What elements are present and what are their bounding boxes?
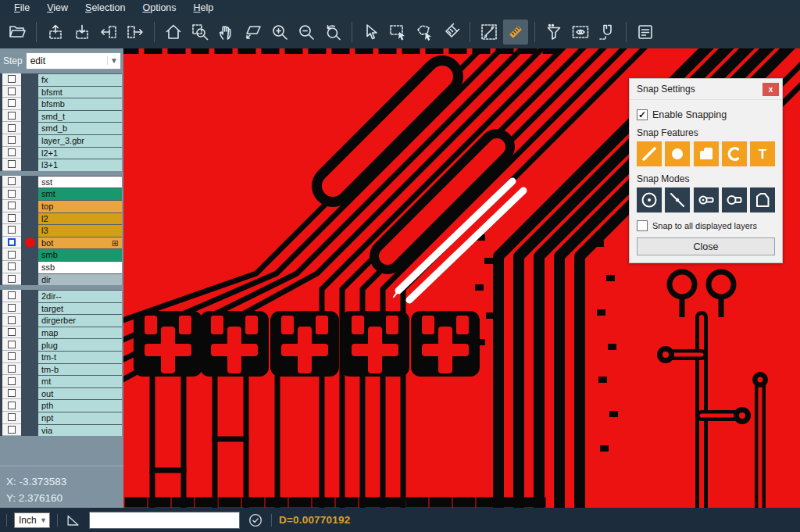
layer-visibility-checkbox[interactable] [8,365,16,373]
snap-all-layers-checkbox[interactable] [637,220,648,231]
layer-name[interactable]: l2+1 [38,147,122,159]
layer-visibility-checkbox[interactable] [8,251,16,259]
layer-name[interactable]: bfsmb [38,98,122,110]
layer-name[interactable]: top [38,200,122,212]
layer-name[interactable]: npt [38,412,122,424]
layer-name[interactable]: sst [38,176,122,188]
layer-name[interactable]: map [38,327,122,339]
snap-feature-surface-button[interactable] [694,141,719,166]
layer-visibility-checkbox[interactable] [8,75,16,83]
zoom-out-button[interactable] [294,20,319,45]
layer-name[interactable]: smt [38,187,122,200]
layer-name[interactable]: target [38,302,122,315]
snap-mode-contour-button[interactable] [750,187,775,212]
select-rectangle-button[interactable] [385,20,410,45]
layer-name[interactable]: fx [38,73,122,86]
layer-name[interactable]: l3+1 [38,159,122,171]
layer-visibility-checkbox[interactable] [8,202,16,209]
layer-visibility-checkbox[interactable] [8,275,16,283]
layer-visibility-checkbox[interactable] [8,413,16,421]
home-view-button[interactable] [161,20,186,45]
layer-name[interactable]: smd_t [38,110,122,123]
recalculate-button[interactable] [247,512,264,529]
layer-visibility-checkbox[interactable] [8,341,16,348]
menu-help[interactable]: Help [186,1,222,15]
layer-name[interactable]: bfsmt [38,86,122,98]
measure-line-button[interactable] [477,20,502,45]
snap-feature-arc-button[interactable] [722,141,747,166]
pan-right-button[interactable] [123,20,148,45]
layer-name[interactable]: mt [38,375,122,387]
layer-visibility-checkbox[interactable] [8,226,16,234]
snap-mode-pad-and-hole-button[interactable] [694,187,719,212]
layer-name[interactable]: ssb [38,261,122,273]
layer-visibility-checkbox[interactable] [8,304,16,312]
zoom-selection-button[interactable] [241,20,266,45]
layer-visibility-checkbox[interactable] [8,214,16,222]
layer-visibility-checkbox[interactable] [8,177,16,185]
menu-selection[interactable]: Selection [77,1,133,15]
units-dropdown[interactable]: Inch ▼ [14,512,50,528]
layer-visibility-checkbox[interactable] [8,262,16,270]
select-polygon-button[interactable] [412,20,437,45]
snap-dialog-close-button[interactable]: Close [637,237,775,255]
snap-dialog-close-icon[interactable]: x [762,83,779,96]
layer-visibility-checkbox[interactable] [8,352,16,360]
pan-left-button[interactable] [96,20,121,45]
snap-mode-closest-point-button[interactable] [665,187,690,212]
layer-name[interactable]: tm-b [38,363,122,376]
layer-visibility-checkbox[interactable] [8,160,16,168]
zoom-previous-button[interactable] [320,20,345,45]
layer-visibility-checkbox[interactable] [8,291,16,299]
layer-name[interactable]: via [38,424,122,437]
layer-name[interactable]: smd_b [38,122,122,134]
layer-name[interactable]: 2dir-- [38,290,122,302]
menu-file[interactable]: File [6,1,38,15]
snap-feature-line-button[interactable] [637,141,662,166]
zoom-in-button[interactable] [267,20,292,45]
pcb-canvas[interactable]: Snap Settings x Enable Snapping Snap Fea… [123,48,800,508]
layer-visibility-checkbox[interactable] [8,99,16,107]
layer-visibility-checkbox[interactable] [8,328,16,336]
layer-visibility-checkbox[interactable] [8,148,16,156]
enable-snapping-checkbox[interactable] [637,109,648,120]
layer-name[interactable]: layer_3.gbr [38,134,122,147]
layer-visibility-checkbox[interactable] [8,190,16,198]
layer-name[interactable]: out [38,387,122,400]
layer-name[interactable]: tm-t [38,351,122,363]
layer-visibility-checkbox[interactable] [8,136,16,144]
paint-button[interactable] [438,20,463,45]
pan-up-button[interactable] [43,20,68,45]
layer-visibility-checkbox[interactable] [8,316,16,324]
view-options-button[interactable] [568,20,593,45]
layer-name[interactable]: l3 [38,224,122,237]
layer-visibility-checkbox[interactable] [8,124,16,132]
layer-visibility-checkbox[interactable] [8,402,16,409]
layer-name[interactable]: bot ⊞ [38,237,122,249]
snap-feature-pad-button[interactable] [665,141,690,166]
layer-visibility-checkbox[interactable] [8,377,16,385]
snap-button[interactable] [595,20,620,45]
layer-name[interactable]: l2 [38,212,122,225]
layer-visibility-checkbox[interactable] [8,87,16,95]
layer-visibility-checkbox[interactable] [8,389,16,397]
pan-down-button[interactable] [70,20,95,45]
report-button[interactable] [633,20,658,45]
menu-options[interactable]: Options [134,1,184,15]
layer-visibility-checkbox[interactable] [8,112,16,120]
layer-visibility-checkbox[interactable] [8,426,16,434]
zoom-area-button[interactable] [188,20,212,45]
layer-name[interactable]: dir [38,273,122,286]
layer-name[interactable]: dirgerber [38,314,122,327]
filter-button[interactable] [541,20,566,45]
snap-dialog-titlebar[interactable]: Snap Settings x [630,79,782,100]
layer-name[interactable]: pth [38,399,122,412]
layer-name[interactable]: smb [38,248,122,261]
layer-visibility-checkbox[interactable] [8,238,16,246]
ruler-button[interactable] [503,20,528,45]
pan-hand-button[interactable] [214,20,239,45]
menu-view[interactable]: View [39,1,76,15]
step-dropdown[interactable]: edit ▼ [26,52,121,70]
angle-measure-button[interactable] [65,512,82,529]
snap-feature-text-button[interactable]: T [750,141,775,166]
